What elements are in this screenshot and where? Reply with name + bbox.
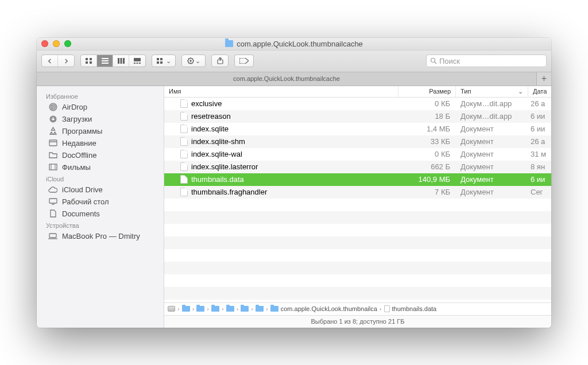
column-view-button[interactable]	[113, 55, 129, 67]
file-name: index.sqlite-shm	[191, 137, 245, 146]
file-name: resetreason	[191, 112, 231, 121]
file-size: 18 Б	[399, 112, 456, 121]
tab[interactable]: com.apple.QuickLook.thumbnailcache	[37, 72, 536, 86]
zoom-button[interactable]	[64, 40, 71, 47]
body: ИзбранноеAirDropЗагрузкиПрограммыНедавни…	[37, 86, 551, 328]
toolbar: ⌄ ⌄ Поиск	[37, 51, 551, 72]
column-header-size[interactable]: Размер	[399, 86, 456, 97]
svg-rect-13	[139, 63, 141, 64]
svg-point-29	[431, 59, 435, 63]
svg-rect-3	[90, 61, 92, 64]
svg-point-32	[51, 104, 55, 109]
back-button[interactable]	[42, 55, 58, 67]
search-placeholder: Поиск	[439, 57, 460, 65]
empty-row	[164, 274, 551, 287]
empty-row	[164, 236, 551, 249]
disk-icon	[168, 306, 175, 312]
svg-rect-4	[102, 58, 109, 59]
minimize-button[interactable]	[53, 40, 60, 47]
svg-rect-15	[160, 58, 163, 60]
folder-icon	[211, 306, 219, 312]
empty-row	[164, 224, 551, 236]
list-view-button[interactable]	[97, 55, 113, 67]
sidebar-item-label: iCloud Drive	[62, 185, 103, 194]
file-kind: Документ	[456, 175, 528, 184]
new-tab-button[interactable]: +	[536, 72, 551, 86]
gallery-view-button[interactable]	[129, 55, 145, 67]
file-icon	[180, 188, 188, 196]
share-button[interactable]	[211, 55, 229, 67]
file-row[interactable]: index.sqlite-wal0 КБДокумент31 м	[164, 148, 551, 161]
svg-rect-16	[157, 61, 159, 64]
svg-rect-42	[49, 234, 56, 238]
svg-rect-17	[160, 61, 163, 64]
close-button[interactable]	[41, 40, 48, 47]
column-header-date[interactable]: Дата	[528, 86, 551, 97]
chevron-down-icon: ⌄	[518, 88, 523, 95]
file-kind: Документ	[456, 162, 528, 171]
file-row[interactable]: thumbnails.fraghandler7 КБДокументСег	[164, 186, 551, 199]
sidebar-item[interactable]: Фильмы	[37, 161, 164, 173]
arrange-button[interactable]: ⌄	[152, 55, 175, 67]
svg-rect-8	[120, 58, 122, 64]
laptop-icon	[48, 232, 57, 240]
sidebar-item[interactable]: Программы	[37, 125, 164, 137]
folder-icon	[256, 306, 264, 312]
sidebar-item[interactable]: Рабочий стол	[37, 196, 164, 208]
sidebar-item[interactable]: Недавние	[37, 137, 164, 149]
traffic-lights	[41, 40, 71, 47]
window-title-text: com.apple.QuickLook.thumbnailcache	[237, 40, 363, 48]
sidebar-item[interactable]: iCloud Drive	[37, 184, 164, 196]
file-icon	[180, 99, 188, 108]
sidebar-item[interactable]: Documents	[37, 208, 164, 220]
file-date: Сег	[528, 188, 551, 196]
recents-icon	[48, 139, 57, 147]
file-list: exclusive0 КБДокум…dit.app26 аresetreaso…	[164, 98, 551, 302]
pathbar[interactable]: › › › › › › › com.apple.QuickLook.thumbn…	[164, 302, 551, 315]
column-header-kind[interactable]: Тип⌄	[456, 86, 528, 97]
sidebar-item[interactable]: AirDrop	[37, 101, 164, 113]
sidebar-item[interactable]: Загрузки	[37, 113, 164, 125]
file-row[interactable]: index.sqlite-shm33 КБДокумент26 а	[164, 135, 551, 148]
file-icon	[180, 125, 188, 133]
main: Имя Размер Тип⌄ Дата exclusive0 КБДокум……	[164, 86, 551, 328]
statusbar: Выбрано 1 из 8; доступно 21 ГБ	[164, 315, 551, 328]
sidebar-item-label: Documents	[62, 209, 100, 218]
file-date: 31 м	[528, 150, 551, 158]
file-date: 8 ян	[528, 162, 551, 171]
file-date: 6 ии	[528, 125, 551, 133]
path-folder-label: com.apple.QuickLook.thumbnailca	[281, 305, 377, 312]
file-row[interactable]: resetreason18 БДокум…dit.app6 ии	[164, 110, 551, 123]
icon-view-button[interactable]	[81, 55, 97, 67]
sidebar-item[interactable]: DocOffline	[37, 149, 164, 161]
column-header-name[interactable]: Имя	[164, 86, 399, 97]
search-field[interactable]: Поиск	[426, 55, 547, 67]
svg-point-31	[52, 106, 54, 108]
svg-rect-14	[157, 58, 159, 60]
file-size: 0 КБ	[399, 150, 456, 158]
file-row[interactable]: index.sqlite.lasterror662 БДокумент8 ян	[164, 161, 551, 173]
file-name: index.sqlite	[191, 125, 229, 133]
action-button[interactable]: ⌄	[182, 55, 205, 67]
sidebar-item-label: DocOffline	[62, 151, 96, 160]
path-file-label: thumbnails.data	[392, 305, 437, 312]
empty-row	[164, 249, 551, 262]
apps-icon	[48, 127, 57, 135]
tags-button[interactable]	[234, 55, 254, 67]
sidebar-item-label: MacBook Pro — Dmitry	[62, 232, 140, 240]
forward-button[interactable]	[58, 55, 74, 67]
status-text: Выбрано 1 из 8; доступно 21 ГБ	[311, 318, 404, 325]
airdrop-icon	[48, 103, 57, 111]
arrange-button-group: ⌄	[152, 55, 176, 67]
file-kind: Документ	[456, 137, 528, 146]
sidebar-item[interactable]: MacBook Pro — Dmitry	[37, 230, 164, 242]
file-row[interactable]: exclusive0 КБДокум…dit.app26 а	[164, 98, 551, 110]
file-row[interactable]: thumbnails.data140,9 МБДокумент6 ии	[164, 173, 551, 186]
cloud-icon	[48, 185, 57, 193]
file-icon	[180, 162, 188, 171]
file-row[interactable]: index.sqlite1,4 МБДокумент6 ии	[164, 123, 551, 135]
downloads-icon	[48, 115, 57, 123]
svg-rect-35	[49, 140, 57, 146]
file-date: 26 а	[528, 137, 551, 146]
file-date: 26 а	[528, 99, 551, 108]
